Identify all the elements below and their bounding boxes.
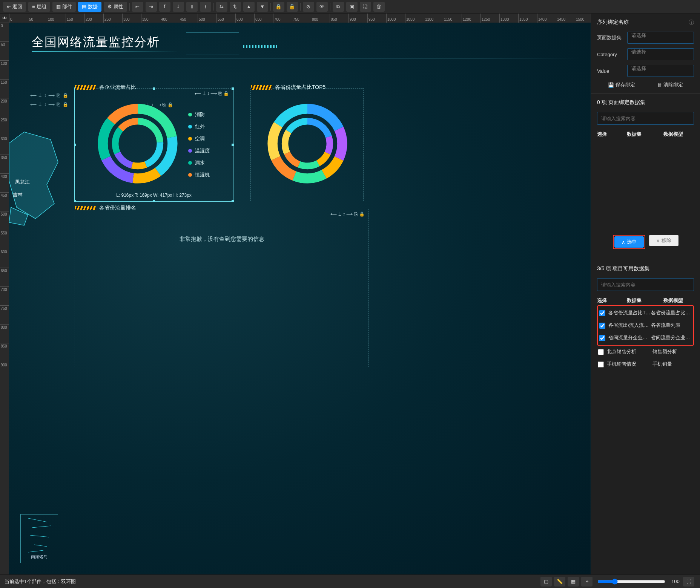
zoom-slider[interactable] [597,579,665,585]
panel-title: 各省份流量占比TOP5 [275,84,325,91]
available-datasets-section: 3/5 项 项目可用数据集 选择 数据集 数据模型 各省份流量占比TOP5各省份… [591,260,700,376]
hide-icon[interactable]: ⊘ [303,2,314,12]
stripes-icon [251,85,272,90]
stripes-icon [75,85,96,90]
field-label-page-dataset: 页面数据集 [597,34,627,41]
duplicate-icon[interactable]: ⿻ [360,2,371,12]
panel-title: 各企业流量占比 [99,84,136,91]
properties-button[interactable]: ⚙属性 [104,2,127,12]
panel-province-rank[interactable]: 各省份流量排名 ⟵ ⟘ ↕ ⟶ ⎘ 🔒 非常抱歉，没有查到您需要的信息 [75,209,369,367]
dataset-row[interactable]: 各省份流量占比TOP5各省份流量占比TOP5 [599,307,692,319]
align-hcenter-icon[interactable]: ⫴ [186,2,198,12]
paste-icon[interactable]: ▣ [346,2,358,12]
align-right-icon[interactable]: ⇥ [146,2,157,12]
canvas-shell: 👁 05010015020025030035040045050055060065… [0,14,591,574]
select-in-button[interactable]: ∧ 选中 [614,236,644,248]
donut-chart-top5[interactable] [266,102,349,185]
dataset-row[interactable]: 手机销售情况手机销量 [597,358,694,371]
bound-datasets-section: 0 项 页面绑定数据集 选择 数据集 数据模型 ∧ 选中 ∨ 移除 [591,94,700,260]
inset-map[interactable]: 南海诸岛 [20,514,58,563]
dataset-row[interactable]: 北京销售分析销售额分析 [597,346,694,358]
components-button[interactable]: ▥部件 [52,2,76,12]
bring-front-icon[interactable]: ▲ [243,2,255,12]
align-bottom-icon[interactable]: ⤓ [173,2,184,12]
delete-icon[interactable]: 🗑 [373,2,385,12]
remove-button[interactable]: ∨ 移除 [649,235,679,246]
dataset-checkbox[interactable] [598,349,604,355]
selection-handles[interactable]: ⟵ ⟘ ↕ ⟶ ⎘ 🔒 [195,91,229,96]
search-available-input[interactable] [597,278,694,291]
select-category[interactable]: 请选择 [627,48,694,60]
ruler-vertical: 0501001502002503003504004505005506006507… [0,23,9,574]
available-count-label: 3/5 项 项目可用数据集 [597,265,649,272]
legend-item: 温湿度 [188,147,210,154]
stripes-icon [75,206,96,210]
align-vcenter-icon[interactable]: ⫲ [200,2,211,12]
panel-company-traffic[interactable]: 各企业流量占比 ⟵ ⟘ ↕ ⟶ ⎘ 🔒 ⟵ ⟘ ↕ ⟶ ⎘ 🔒 消防红外空调温湿… [75,88,233,201]
dataset-checkbox[interactable] [598,361,604,368]
panel-handles[interactable]: ⟵ ⟘ ↕ ⟶ ⎘ 🔒 [30,102,69,107]
map-label-heilongjiang: 黑龙江 [15,179,30,185]
chart-legend: 消防红外空调温湿度漏水恒湿机 [188,111,210,184]
dimensions-label: L: 916px T: 169px W: 417px H: 273px [75,193,233,198]
fit-icon[interactable]: ▢ [540,577,552,586]
legend-item: 空调 [188,135,210,142]
legend-item: 恒湿机 [188,172,210,178]
empty-message: 非常抱歉，没有查到您需要的信息 [75,236,368,243]
panel-handles[interactable]: ⟵ ⟘ ↕ ⟶ ⎘ 🔒 [30,93,69,98]
ruler-corner: 👁 [0,14,9,23]
zoom-value: 100 [669,579,682,584]
snap-icon[interactable]: ⌖ [581,577,593,586]
status-bar: 当前选中1个部件，包括：双环图 ▢ 📏 ▦ ⌖ 100 ⛶ [0,574,700,588]
map-label-jilin: 吉林 [13,191,23,198]
top-toolbar: ⇤返回 ≡层组 ▥部件 ▤数据 ⚙属性 ⇤ ⇥ ⤒ ⤓ ⫴ ⫲ ⇆ ⇅ ▲ ▼ … [0,0,700,14]
map-fragment [9,128,62,226]
donut-chart-company[interactable] [96,102,179,185]
bound-count-label: 0 项 页面绑定数据集 [597,99,645,106]
select-value[interactable]: 请选择 [627,65,694,77]
back-button[interactable]: ⇤返回 [3,2,26,12]
ruler-toggle-icon[interactable]: 📏 [554,577,565,586]
panel-handles[interactable]: ⟵ ⟘ ↕ ⟶ ⎘ 🔒 [330,211,365,217]
legend-item: 红外 [188,123,210,130]
field-label-category: Category [597,52,627,57]
info-icon[interactable]: i [689,20,694,25]
align-top-icon[interactable]: ⤒ [159,2,170,12]
dataset-checkbox[interactable] [599,335,605,341]
panel-province-top5[interactable]: 各省份流量占比TOP5 [250,88,364,201]
select-page-dataset[interactable]: 请选择 [627,32,694,44]
search-bound-input[interactable] [597,112,694,125]
save-binding-button[interactable]: 💾 保存绑定 [608,81,635,88]
dataset-row[interactable]: 各省流出/流入流量...各省流量列表 [599,319,692,332]
panel-title: 各省份流量排名 [99,205,136,211]
copy-icon[interactable]: ⧉ [333,2,344,12]
send-back-icon[interactable]: ▼ [257,2,268,12]
legend-item: 消防 [188,111,210,118]
clear-binding-button[interactable]: 🗑 清除绑定 [657,81,683,88]
dataset-checkbox[interactable] [599,310,605,316]
distribute-h-icon[interactable]: ⇆ [216,2,227,12]
eye-icon: 👁 [2,15,7,21]
dashboard-title: 全国网络流量监控分析 [32,34,160,51]
fullscreen-icon[interactable]: ⛶ [683,577,694,586]
layers-button[interactable]: ≡层组 [28,2,50,12]
show-icon[interactable]: 👁 [316,2,328,12]
bound-table-body [597,139,694,230]
binding-title: 序列绑定名称 [597,19,629,26]
align-left-icon[interactable]: ⇤ [132,2,143,12]
right-panel: 序列绑定名称 i 页面数据集 请选择 Category 请选择 Value 请选… [591,14,700,574]
inset-map-label: 南海诸岛 [21,554,58,560]
unlock-icon[interactable]: 🔓 [287,2,298,12]
available-list-wrap: 各省份流量占比TOP5各省份流量占比TOP5各省流出/流入流量...各省流量列表… [597,305,694,371]
field-label-value: Value [597,68,627,74]
lock-icon[interactable]: 🔒 [273,2,284,12]
grid-icon[interactable]: ▦ [568,577,579,586]
data-button[interactable]: ▤数据 [78,2,101,12]
dataset-row[interactable]: 省间流量分企业占比省间流量分企业占比 [599,332,692,344]
ruler-horizontal: 0501001502002503003504004505005506006507… [9,14,591,23]
legend-item: 漏水 [188,159,210,166]
distribute-v-icon[interactable]: ⇅ [230,2,241,12]
canvas-viewport[interactable]: 全国网络流量监控分析 ⟵ ⟘ ↕ ⟶ ⎘ 🔒 ⟵ ⟘ ↕ ⟶ ⎘ 🔒 黑龙江 吉… [9,23,591,574]
dataset-checkbox[interactable] [599,323,605,329]
highlight-select-button: ∧ 选中 [613,235,645,249]
